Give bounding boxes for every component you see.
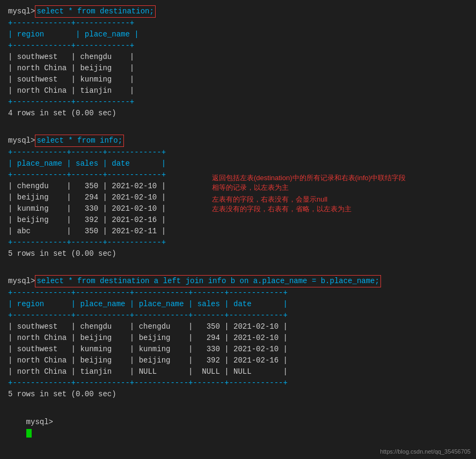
query2-prompt-line: mysql>select * from info; — [8, 135, 468, 147]
query1-sql[interactable]: select * from destination; — [35, 5, 155, 18]
blank-line-2 — [8, 264, 468, 275]
annotation-line-2: 相等的记录，以左表为主 — [212, 183, 416, 193]
annotation-line-1: 返回包括左表(destination)中的所有记录和右表(info)中联结字段 — [212, 173, 416, 183]
mysql-prompt-2: mysql> — [8, 136, 35, 145]
query3-section: mysql>select * from destination a left j… — [8, 275, 468, 400]
q1-sep-bot: +-------------+------------+ — [8, 97, 468, 108]
query1-prompt-line: mysql>select * from destination; — [8, 5, 468, 18]
q2-header: | place_name | sales | date | — [8, 158, 468, 169]
q2-sep-top: +------------+-------+------------+ — [8, 147, 468, 158]
q1-result: 4 rows in set (0.00 sec) — [8, 108, 468, 119]
mysql-prompt-1: mysql> — [8, 7, 35, 16]
q2-result: 5 rows in set (0.00 sec) — [8, 248, 468, 260]
cursor — [26, 429, 32, 438]
q2-sep-bot: +------------+-------+------------+ — [8, 237, 468, 248]
annotation-line-4: 左表没有的字段，右表有，省略，以左表为主 — [212, 204, 416, 214]
query3-sql[interactable]: select * from destination a left join in… — [35, 275, 381, 287]
q3-sep-bot: +-------------+------------+------------… — [8, 377, 468, 389]
q1-sep-top: +-------------+------------+ — [8, 18, 468, 29]
mysql-prompt-final: mysql> — [26, 418, 53, 426]
query1-section: mysql>select * from destination; +------… — [8, 5, 468, 119]
q3-row-3: | southwest | kunming | kunming | 330 | … — [8, 344, 468, 355]
q1-row-4: | north China | tianjin | — [8, 85, 468, 97]
terminal: mysql>select * from destination; +------… — [8, 5, 468, 450]
annotation-block: 返回包括左表(destination)中的所有记录和右表(info)中联结字段 … — [212, 173, 416, 214]
watermark: https://blog.csdn.net/qq_35456705 — [380, 448, 471, 455]
mysql-prompt-3: mysql> — [8, 277, 35, 285]
q3-row-1: | southwest | chengdu | chengdu | 350 | … — [8, 321, 468, 332]
q1-row-2: | north China | beijing | — [8, 63, 468, 74]
q3-sep-mid: +-------------+------------+------------… — [8, 310, 468, 321]
q1-header: | region | place_name | — [8, 29, 468, 40]
q3-row-5: | north China | tianjin | NULL | NULL | … — [8, 366, 468, 377]
q2-row-4: | beijing | 392 | 2021-02-16 | — [8, 214, 468, 226]
query3-prompt-line: mysql>select * from destination a left j… — [8, 275, 468, 287]
query2-section: mysql>select * from info; +------------+… — [8, 135, 468, 260]
q1-row-3: | southwest | kunming | — [8, 74, 468, 85]
q3-header: | region | place_name | place_name | sal… — [8, 299, 468, 310]
q3-row-2: | north China | beijing | beijing | 294 … — [8, 332, 468, 344]
q3-row-4: | north China | beijing | beijing | 392 … — [8, 355, 468, 366]
final-prompt-line: mysql> — [8, 405, 468, 450]
q2-row-5: | abc | 350 | 2021-02-11 | — [8, 226, 468, 237]
q1-row-1: | southwest | chengdu | — [8, 51, 468, 63]
query2-sql[interactable]: select * from info; — [35, 135, 124, 147]
annotation-line-3: 左表有的字段，右表没有，会显示null — [212, 195, 416, 204]
blank-line-1 — [8, 123, 468, 135]
q3-result: 5 rows in set (0.00 sec) — [8, 389, 468, 400]
q1-sep-mid: +-------------+------------+ — [8, 40, 468, 51]
q3-sep-top: +-------------+------------+------------… — [8, 287, 468, 299]
